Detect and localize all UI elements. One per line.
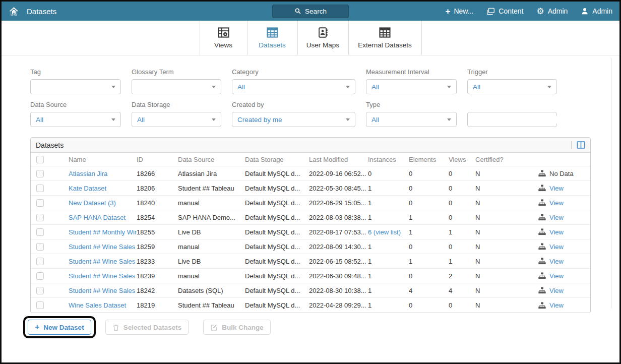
nav-new-button[interactable]: + New... — [445, 7, 473, 16]
search-icon — [294, 8, 301, 15]
dataset-views: 4 — [449, 287, 475, 294]
dataset-id: 18266 — [137, 170, 178, 177]
dataset-name-link[interactable]: Student ## Wine Sales Mont... — [69, 243, 137, 251]
dataset-name-link[interactable]: Student ## Wine Sales Data... — [69, 258, 137, 265]
filter-measurement-interval-select[interactable]: All — [366, 79, 457, 94]
filter-created-by-select[interactable]: Created by me — [232, 112, 355, 127]
new-dataset-button[interactable]: + New Dataset — [28, 320, 91, 335]
dataset-view-link[interactable]: View — [549, 228, 564, 236]
dataset-name-link[interactable]: Wine Sales Dataset — [69, 301, 137, 309]
filter-tag-select[interactable] — [30, 79, 121, 94]
column-settings-icon[interactable] — [577, 141, 585, 149]
lineage-sitemap-icon[interactable] — [538, 287, 546, 294]
nav-user-menu[interactable]: Admin — [581, 7, 612, 15]
nav-username-label: Admin — [592, 7, 612, 15]
dataset-id: 18255 — [137, 228, 178, 236]
divider — [571, 141, 572, 149]
dataset-data-source: manual — [178, 272, 245, 280]
nav-admin-settings-button[interactable]: ⚙ Admin — [536, 7, 568, 16]
lineage-sitemap-icon[interactable] — [538, 258, 546, 265]
dataset-data-source: Live DB — [178, 258, 245, 265]
dataset-search-input[interactable] — [476, 116, 565, 124]
table-row: Student ## Wine Sales Data... 18242 Data… — [31, 283, 590, 298]
dataset-view-link[interactable]: View — [549, 214, 564, 221]
filter-data-source-select[interactable]: All — [30, 112, 121, 127]
filter-row-2: Data Source All Data Storage All Created… — [30, 101, 591, 127]
filter-glossary-term-select[interactable] — [132, 79, 221, 94]
chevron-down-icon — [447, 86, 451, 88]
dataset-data-storage: Default MySQL d... — [245, 272, 309, 280]
column-header-id: ID — [137, 156, 178, 163]
dataset-name-link[interactable]: Atlassian Jira — [69, 170, 137, 177]
tab-user-maps[interactable]: User Maps — [297, 21, 348, 55]
dataset-data-source: manual — [178, 243, 245, 251]
lineage-sitemap-icon[interactable] — [538, 272, 546, 279]
lineage-sitemap-icon[interactable] — [538, 170, 546, 177]
dataset-views: 1 — [449, 228, 475, 236]
plus-icon: + — [35, 323, 39, 331]
dataset-name-link[interactable]: Student ## Wine Sales Data... — [69, 272, 137, 280]
row-checkbox[interactable] — [36, 170, 44, 177]
filter-category-select[interactable]: All — [232, 79, 355, 94]
dataset-name-link[interactable]: SAP HANA Dataset — [69, 214, 137, 221]
table-row: Kate Dataset 18206 Student ## Tableau De… — [31, 181, 590, 196]
dataset-name-link[interactable]: Kate Dataset — [69, 185, 137, 192]
scrollbar-track[interactable] — [611, 58, 611, 308]
dataset-view-link[interactable]: View — [549, 287, 564, 294]
row-checkbox[interactable] — [36, 185, 44, 192]
dataset-last-modified: 2022-06-29 15:05... — [309, 199, 368, 207]
select-all-checkbox[interactable] — [36, 156, 44, 163]
lineage-sitemap-icon[interactable] — [538, 243, 546, 250]
dataset-view-link[interactable]: View — [549, 185, 564, 192]
lineage-sitemap-icon[interactable] — [538, 185, 546, 192]
dataset-instances[interactable]: 6 (view list) — [368, 228, 409, 236]
dataset-view-link[interactable]: View — [549, 258, 564, 265]
dataset-data-storage: Default MySQL d... — [245, 228, 309, 236]
row-checkbox[interactable] — [36, 243, 44, 251]
row-checkbox[interactable] — [36, 228, 44, 236]
dataset-name-link[interactable]: Student ## Monthly Wine Sa... — [69, 228, 137, 236]
home-icon[interactable] — [9, 6, 20, 17]
nav-content-label: Content — [499, 7, 523, 15]
dataset-views: 0 — [449, 185, 475, 192]
table-row: Wine Sales Dataset 18219 Student ## Tabl… — [31, 298, 590, 313]
filter-data-storage-select[interactable]: All — [132, 112, 221, 127]
dataset-view-link[interactable]: View — [549, 199, 564, 207]
column-header-instances: Instances — [368, 156, 409, 163]
tab-external-datasets[interactable]: External Datasets — [348, 21, 422, 55]
dataset-data-storage: Default MySQL d... — [245, 199, 309, 207]
column-header-data-source: Data Source — [178, 156, 245, 163]
dataset-view-link[interactable]: View — [549, 243, 564, 251]
chevron-down-icon — [212, 118, 216, 121]
row-checkbox[interactable] — [36, 287, 44, 294]
dataset-last-modified: 2022-08-17 07:53... — [309, 228, 368, 236]
lineage-sitemap-icon[interactable] — [538, 214, 546, 221]
row-checkbox[interactable] — [36, 214, 44, 221]
lineage-sitemap-icon[interactable] — [538, 228, 546, 235]
dataset-name-link[interactable]: Student ## Wine Sales Data... — [69, 287, 137, 294]
nav-content-button[interactable]: Content — [486, 7, 523, 15]
lineage-sitemap-icon[interactable] — [538, 199, 546, 206]
selected-datasets-button[interactable]: Selected Datasets — [105, 320, 189, 335]
row-checkbox[interactable] — [36, 199, 44, 207]
row-checkbox[interactable] — [36, 301, 44, 309]
dataset-elements: 0 — [409, 301, 449, 309]
dataset-view-link[interactable]: View — [549, 301, 564, 309]
filter-row-1: Tag Glossary Term Category All Measureme… — [30, 68, 591, 94]
global-search-button[interactable]: Search — [272, 5, 349, 18]
row-checkbox[interactable] — [36, 272, 44, 280]
bulk-change-button[interactable]: Bulk Change — [203, 320, 271, 335]
filter-type-select[interactable]: All — [366, 112, 457, 127]
filter-data-source: Data Source All — [30, 101, 121, 127]
dataset-view-link[interactable]: View — [549, 272, 564, 280]
dataset-certified: N — [475, 228, 538, 236]
tab-views[interactable]: Views — [200, 21, 247, 55]
plus-icon: + — [445, 7, 450, 16]
filter-trigger-select[interactable]: All — [467, 79, 557, 94]
tab-datasets[interactable]: Datasets — [247, 21, 297, 55]
row-checkbox[interactable] — [36, 258, 44, 265]
filter-trigger-label: Trigger — [467, 68, 557, 76]
external-datasets-table-icon — [379, 27, 391, 38]
lineage-sitemap-icon[interactable] — [538, 302, 546, 309]
dataset-name-link[interactable]: New Dataset (3) — [69, 199, 137, 207]
